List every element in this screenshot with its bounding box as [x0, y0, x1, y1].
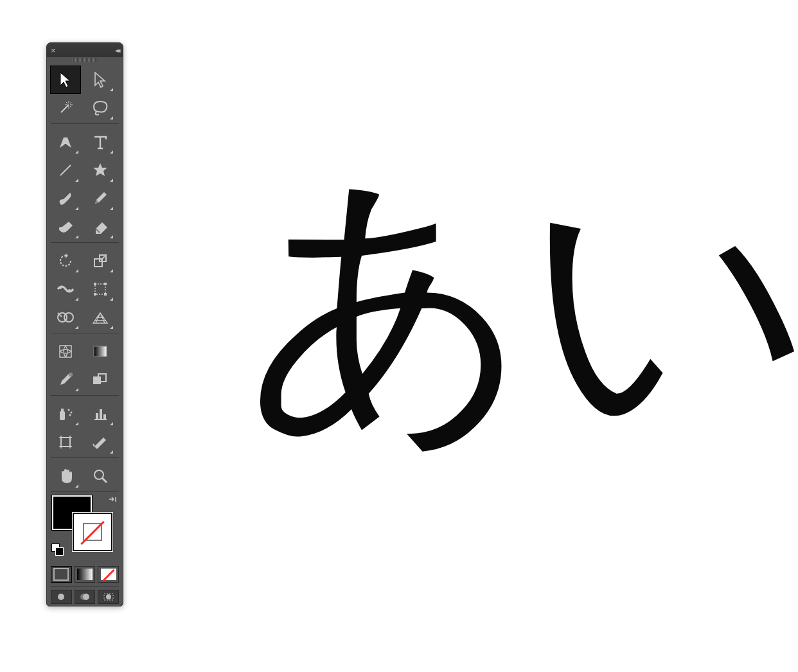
selection-tool[interactable]: [50, 66, 81, 94]
svg-point-8: [64, 144, 67, 146]
panel-title-bar[interactable]: × ◂◂: [47, 43, 123, 57]
svg-rect-23: [69, 373, 73, 376]
panel-drag-grip[interactable]: [47, 57, 123, 63]
svg-line-7: [66, 106, 67, 107]
svg-point-30: [69, 414, 71, 416]
tools-panel: × ◂◂: [46, 42, 123, 606]
mesh-tool[interactable]: [50, 337, 81, 366]
lasso-tool[interactable]: [85, 94, 116, 122]
svg-line-4: [66, 102, 67, 103]
svg-rect-24: [93, 376, 101, 384]
color-mode[interactable]: [51, 566, 72, 583]
default-fill-stroke-icon[interactable]: [51, 544, 63, 555]
svg-rect-26: [60, 411, 65, 420]
gradient-tool[interactable]: [85, 337, 116, 366]
svg-rect-17: [94, 293, 96, 296]
draw-normal-icon[interactable]: [51, 590, 72, 604]
blob-brush-tool[interactable]: [50, 213, 81, 241]
svg-point-37: [58, 594, 64, 600]
paintbrush-tool[interactable]: [50, 184, 81, 213]
eraser-tool[interactable]: [85, 213, 116, 241]
fill-stroke-control[interactable]: [47, 493, 123, 564]
width-tool[interactable]: [50, 275, 81, 303]
type-tool[interactable]: [85, 128, 116, 156]
svg-rect-31: [96, 413, 98, 420]
draw-inside-icon[interactable]: [98, 590, 119, 604]
collapse-icon[interactable]: ◂◂: [115, 47, 119, 54]
draw-behind-icon[interactable]: [75, 590, 96, 604]
svg-point-12: [59, 287, 62, 289]
none-mode[interactable]: [98, 566, 119, 583]
svg-point-13: [68, 289, 71, 292]
svg-rect-33: [103, 414, 106, 420]
svg-line-9: [60, 165, 71, 175]
pen-tool[interactable]: [50, 128, 81, 156]
svg-line-36: [102, 478, 107, 482]
svg-point-35: [94, 470, 103, 479]
svg-rect-18: [104, 293, 107, 296]
svg-point-41: [106, 594, 111, 599]
hand-tool[interactable]: [50, 462, 81, 490]
eyedropper-tool[interactable]: [50, 366, 81, 394]
shape-tool[interactable]: [85, 156, 116, 184]
svg-rect-32: [100, 409, 102, 420]
column-graph-tool[interactable]: [85, 400, 116, 428]
svg-point-20: [64, 313, 73, 322]
line-segment-tool[interactable]: [50, 156, 81, 184]
blend-tool[interactable]: [85, 366, 116, 394]
svg-rect-27: [61, 409, 64, 411]
perspective-grid-tool[interactable]: [85, 303, 116, 332]
svg-rect-14: [95, 284, 105, 294]
draw-mode-row: [47, 588, 123, 606]
gradient-mode[interactable]: [75, 566, 96, 583]
close-icon[interactable]: ×: [51, 46, 56, 55]
free-transform-tool[interactable]: [85, 275, 116, 303]
svg-point-39: [83, 594, 89, 600]
zoom-tool[interactable]: [85, 462, 116, 490]
magic-wand-tool[interactable]: [50, 94, 81, 122]
scale-tool[interactable]: [85, 247, 116, 275]
svg-line-6: [70, 102, 71, 103]
canvas-handwriting: あい: [244, 116, 798, 498]
svg-point-29: [71, 412, 73, 414]
artboard-tool[interactable]: [50, 428, 81, 456]
shape-builder-tool[interactable]: [50, 303, 81, 332]
color-mode-row: [47, 564, 123, 585]
svg-rect-25: [98, 374, 106, 382]
direct-selection-tool[interactable]: [85, 66, 116, 94]
slice-tool[interactable]: [85, 428, 116, 456]
svg-rect-11: [100, 255, 106, 261]
svg-rect-21: [60, 346, 71, 357]
rotate-tool[interactable]: [50, 247, 81, 275]
svg-line-5: [70, 106, 71, 107]
svg-rect-10: [94, 259, 102, 267]
svg-point-28: [68, 409, 70, 411]
svg-rect-15: [94, 283, 96, 285]
symbol-sprayer-tool[interactable]: [50, 400, 81, 428]
svg-point-19: [58, 313, 67, 322]
svg-rect-16: [104, 283, 107, 285]
stroke-swatch[interactable]: [73, 513, 112, 551]
swap-fill-stroke-icon[interactable]: [107, 495, 118, 508]
svg-rect-22: [94, 346, 107, 357]
svg-rect-34: [61, 438, 70, 447]
pencil-tool[interactable]: [85, 184, 116, 213]
